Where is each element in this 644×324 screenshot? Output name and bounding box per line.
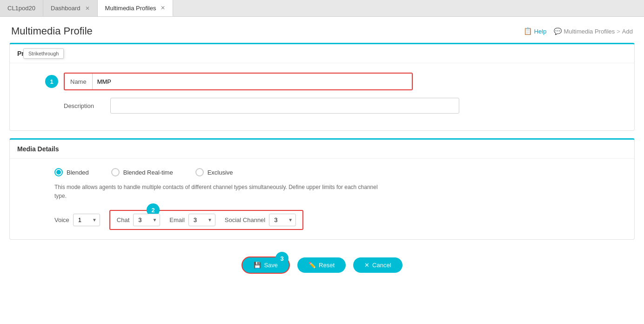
reset-icon: ✏️ [309, 262, 316, 269]
step-1-badge: 1 [45, 75, 58, 88]
footer: 3 💾 Save ✏️ Reset ✕ Cancel [0, 247, 644, 283]
email-select-wrapper: 1 2 3 ▼ [188, 214, 215, 226]
page-container: Strikethrough Multimedia Profile 📋 Help … [0, 17, 644, 324]
social-channel-label: Social Channel [225, 216, 265, 223]
tab-dashboard-close[interactable]: ✕ [85, 5, 90, 12]
cancel-label: Cancel [372, 262, 391, 269]
radio-exclusive[interactable]: Exclusive [195, 168, 233, 176]
media-details-section: Media Details Blended Blended Real-time … [9, 138, 635, 240]
help-icon: 📋 [523, 27, 532, 35]
cancel-icon: ✕ [364, 262, 369, 269]
tabs-bar: CL1pod20 Dashboard ✕ Multimedia Profiles… [0, 0, 644, 17]
breadcrumb-profiles: Multimedia Profiles [564, 28, 615, 35]
voice-select[interactable]: 1 2 3 [73, 214, 100, 226]
radio-exclusive-circle [195, 168, 204, 176]
page-header: Multimedia Profile 📋 Help 💬 Multimedia P… [0, 17, 644, 43]
chat-label: Chat [117, 216, 129, 223]
media-details-body: Blended Blended Real-time Exclusive This… [10, 159, 634, 239]
help-link[interactable]: 📋 Help [523, 27, 547, 35]
tab-dashboard[interactable]: Dashboard ✕ [43, 0, 98, 16]
radio-blended[interactable]: Blended [54, 168, 89, 176]
name-form-row: 1 Name [17, 73, 627, 90]
tab-dashboard-label: Dashboard [51, 5, 80, 12]
save-icon: 💾 [254, 262, 261, 269]
profile-details-title: Profile Details [10, 44, 634, 63]
radio-blended-realtime[interactable]: Blended Real-time [111, 168, 173, 176]
social-channel-select[interactable]: 1 2 3 [269, 214, 296, 226]
description-label: Description [64, 102, 110, 109]
email-select[interactable]: 1 2 3 [188, 214, 215, 226]
description-input[interactable] [110, 98, 459, 114]
reset-label: Reset [319, 262, 335, 269]
radio-exclusive-label: Exclusive [208, 169, 233, 176]
social-channel-item: Social Channel 1 2 3 ▼ [225, 214, 296, 226]
chat-channel-item: Chat 1 2 3 ▼ [117, 214, 160, 226]
radio-blended-dot [56, 170, 61, 175]
voice-select-wrapper: 1 2 3 ▼ [73, 214, 100, 226]
name-field-wrapper: Name [64, 73, 413, 90]
radio-blended-realtime-circle [111, 168, 120, 176]
channel-row: 2 Voice 1 2 3 ▼ [17, 210, 627, 230]
radio-blended-circle [54, 168, 63, 176]
tab-cl1pod20[interactable]: CL1pod20 [0, 0, 43, 16]
media-details-title: Media Details [10, 140, 634, 159]
page-title: Multimedia Profile [11, 25, 93, 37]
radio-blended-realtime-label: Blended Real-time [123, 169, 173, 176]
radio-group: Blended Blended Real-time Exclusive [17, 168, 627, 176]
email-channel-item: Email 1 2 3 ▼ [169, 214, 215, 226]
tab-multimedia-profiles-close[interactable]: ✕ [161, 5, 165, 11]
channels-bordered: Chat 1 2 3 ▼ Email [109, 210, 303, 230]
voice-label: Voice [54, 216, 69, 223]
profile-details-section: Profile Details 1 Name Description [9, 43, 635, 131]
chat-select[interactable]: 1 2 3 [133, 214, 160, 226]
email-label: Email [169, 216, 185, 223]
chat-select-wrapper: 1 2 3 ▼ [133, 214, 160, 226]
reset-button[interactable]: ✏️ Reset [297, 257, 346, 273]
cancel-button[interactable]: ✕ Cancel [353, 257, 402, 273]
help-label: Help [534, 28, 547, 35]
tab-cl1pod20-label: CL1pod20 [7, 5, 35, 12]
page-actions: 📋 Help 💬 Multimedia Profiles > Add [523, 27, 633, 35]
breadcrumb-add: Add [622, 28, 633, 35]
voice-channel-item: Voice 1 2 3 ▼ [54, 214, 100, 226]
description-form-row: Description [17, 98, 627, 114]
profile-details-body: 1 Name Description [10, 63, 634, 130]
mode-description: This mode allows agents to handle multip… [17, 183, 380, 201]
social-channel-select-wrapper: 1 2 3 ▼ [269, 214, 296, 226]
tab-multimedia-profiles[interactable]: Multimedia Profiles ✕ [98, 0, 174, 16]
name-label: Name [65, 74, 93, 89]
radio-blended-label: Blended [67, 169, 89, 176]
breadcrumb-separator: > [617, 28, 620, 35]
save-label: Save [264, 262, 278, 269]
chat-icon: 💬 [554, 27, 562, 35]
name-input[interactable] [93, 74, 412, 89]
tab-multimedia-profiles-label: Multimedia Profiles [105, 5, 156, 12]
breadcrumb: 💬 Multimedia Profiles > Add [554, 27, 633, 35]
